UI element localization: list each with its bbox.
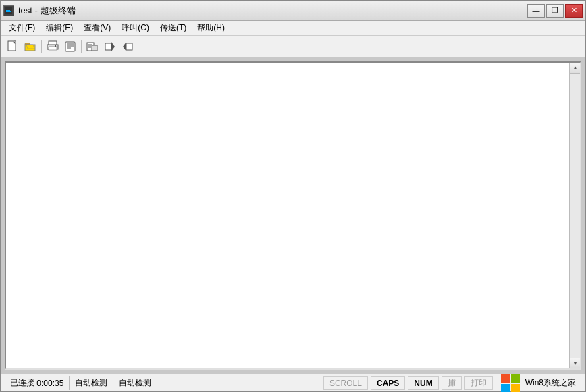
num-indicator: NUM: [408, 376, 438, 390]
connection-status: 已连接 0:00:35: [5, 376, 70, 390]
caps-indicator: CAPS: [371, 376, 405, 390]
menu-help[interactable]: 帮助(H): [192, 22, 230, 35]
send-file-button[interactable]: [102, 38, 118, 55]
window-title: test - 超级终端: [18, 5, 76, 17]
svg-rect-14: [65, 42, 75, 51]
open-button[interactable]: [22, 38, 38, 55]
title-bar: test - 超级终端 — ❐ ✕: [1, 1, 585, 21]
svg-marker-26: [123, 42, 126, 51]
menu-view[interactable]: 查看(V): [78, 22, 116, 35]
scroll-indicator: SCROLL: [323, 376, 368, 390]
main-area: ▲ ▼: [1, 57, 585, 374]
svg-rect-12: [49, 47, 57, 50]
win8-tile-red: [501, 374, 510, 383]
restore-button[interactable]: ❐: [546, 4, 564, 18]
window-controls: — ❐ ✕: [527, 4, 583, 18]
scroll-down-button[interactable]: ▼: [570, 358, 581, 368]
capture-indicator: 捕: [442, 376, 462, 390]
win8-tiles: [501, 374, 520, 393]
scroll-up-button[interactable]: ▲: [570, 63, 581, 74]
terminal-content-area[interactable]: [6, 63, 569, 368]
scroll-track[interactable]: [570, 74, 580, 358]
toolbar-sep-2: [81, 40, 82, 53]
toolbar: [1, 36, 585, 57]
new-button[interactable]: [5, 38, 21, 55]
vertical-scrollbar: ▲ ▼: [569, 63, 580, 368]
win8-tile-green: [511, 374, 520, 383]
auto-detect-1: 自动检测: [70, 376, 113, 390]
close-button[interactable]: ✕: [565, 4, 583, 18]
menu-edit[interactable]: 编辑(E): [41, 22, 78, 35]
win8-tile-yellow: [511, 384, 520, 393]
status-bar: 已连接 0:00:35 自动检测 自动检测 SCROLL CAPS NUM 捕 …: [1, 374, 585, 391]
svg-rect-3: [6, 11, 11, 12]
menu-bar: 文件(F) 编辑(E) 查看(V) 呼叫(C) 传送(T) 帮助(H): [1, 21, 585, 36]
capture-text-button[interactable]: [84, 38, 101, 55]
print-button[interactable]: [45, 38, 61, 55]
main-window: test - 超级终端 — ❐ ✕ 文件(F) 编辑(E) 查看(V) 呼叫(C…: [0, 0, 586, 392]
svg-rect-13: [55, 45, 56, 47]
svg-rect-1: [6, 9, 11, 9]
svg-rect-2: [6, 10, 10, 11]
title-bar-left: test - 超级终端: [3, 5, 76, 17]
menu-call[interactable]: 呼叫(C): [116, 22, 155, 35]
terminal-with-scroll: ▲ ▼: [6, 63, 580, 368]
toolbar-sep-1: [41, 40, 42, 53]
menu-file[interactable]: 文件(F): [3, 22, 41, 35]
win8-logo-area: Win8系统之家: [496, 374, 581, 393]
svg-rect-23: [105, 43, 111, 50]
menu-transfer[interactable]: 传送(T): [155, 22, 192, 35]
svg-rect-25: [126, 43, 132, 50]
win8-tile-blue: [501, 384, 510, 393]
properties-button[interactable]: [62, 38, 78, 55]
auto-detect-2: 自动检测: [113, 376, 157, 390]
svg-rect-19: [92, 45, 97, 51]
terminal-container: ▲ ▼: [5, 61, 581, 370]
app-icon: [3, 5, 14, 16]
receive-file-button[interactable]: [119, 38, 136, 55]
print-indicator: 打印: [464, 376, 493, 390]
svg-marker-24: [111, 42, 115, 51]
win8-text: Win8系统之家: [525, 377, 576, 389]
minimize-button[interactable]: —: [527, 4, 545, 18]
